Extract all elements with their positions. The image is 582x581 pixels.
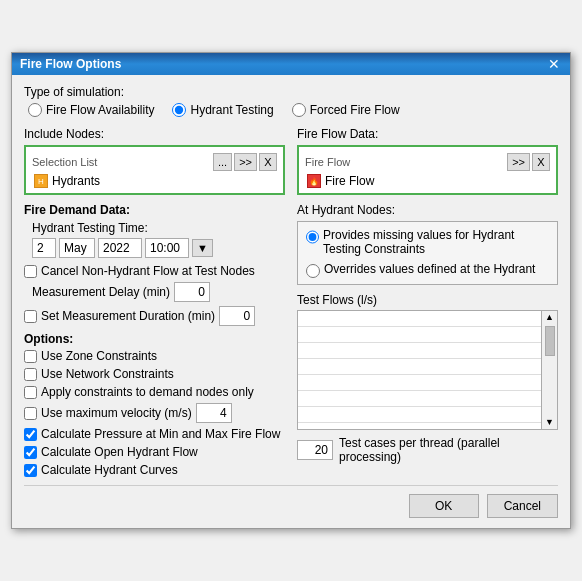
hydrant-label: Hydrants [52, 174, 100, 188]
simulation-radio-group: Fire Flow Availability Hydrant Testing F… [24, 103, 558, 117]
radio-fire-flow-avail[interactable]: Fire Flow Availability [28, 103, 154, 117]
set-measurement-row: Set Measurement Duration (min) [24, 306, 285, 326]
radio-hydrant-testing[interactable]: Hydrant Testing [172, 103, 273, 117]
radio-fire-flow-avail-input[interactable] [28, 103, 42, 117]
fire-flow-item-label: Fire Flow [325, 174, 374, 188]
include-nodes-label: Include Nodes: [24, 127, 285, 141]
zone-constraints-label: Use Zone Constraints [41, 349, 157, 363]
include-nodes-dots-btn[interactable]: ... [213, 153, 232, 171]
scroll-up-arrow[interactable]: ▲ [543, 311, 556, 324]
test-flows-label: Test Flows (l/s) [297, 293, 558, 307]
test-flows-section: Test Flows (l/s) ▲ [297, 293, 558, 430]
date-year-input[interactable] [98, 238, 142, 258]
radio-hydrant-testing-label: Hydrant Testing [190, 103, 273, 117]
at-hydrant-option2-label: Overrides values defined at the Hydrant [324, 262, 535, 276]
cancel-button[interactable]: Cancel [487, 494, 558, 518]
radio-forced-fire-flow-input[interactable] [292, 103, 306, 117]
date-month-input[interactable] [59, 238, 95, 258]
open-hydrant-flow-checkbox[interactable] [24, 446, 37, 459]
fire-flow-icon: 🔥 [307, 174, 321, 188]
fire-flow-item: 🔥 Fire Flow [305, 173, 550, 189]
option-demand-nodes-only: Apply constraints to demand nodes only [24, 385, 285, 399]
option-hydrant-curves: Calculate Hydrant Curves [24, 463, 285, 477]
test-flows-box: ▲ ▼ [297, 310, 558, 430]
zone-constraints-checkbox[interactable] [24, 350, 37, 363]
include-nodes-arrows-btn[interactable]: >> [234, 153, 257, 171]
at-hydrant-option1-label: Provides missing values for Hydrant Test… [323, 228, 549, 256]
fire-flow-data-label: Fire Flow Data: [297, 127, 558, 141]
hydrant-testing-time-label: Hydrant Testing Time: [24, 221, 285, 235]
fire-demand-data-section: Fire Demand Data: Hydrant Testing Time: … [24, 203, 285, 326]
demand-nodes-only-checkbox[interactable] [24, 386, 37, 399]
options-section: Options: Use Zone Constraints Use Networ… [24, 332, 285, 477]
pressure-min-max-checkbox[interactable] [24, 428, 37, 441]
test-flow-line [298, 375, 541, 391]
title-bar: Fire Flow Options ✕ [12, 53, 570, 75]
max-velocity-checkbox[interactable] [24, 407, 37, 420]
option-network-constraints: Use Network Constraints [24, 367, 285, 381]
fire-flow-options-dialog: Fire Flow Options ✕ Type of simulation: … [11, 52, 571, 529]
date-day-input[interactable] [32, 238, 56, 258]
test-cases-input[interactable] [297, 440, 333, 460]
demand-nodes-only-label: Apply constraints to demand nodes only [41, 385, 254, 399]
test-flow-line [298, 407, 541, 423]
fire-flow-box: Fire Flow >> X 🔥 Fire Flow [297, 145, 558, 195]
include-nodes-x-btn[interactable]: X [259, 153, 277, 171]
at-hydrant-option1-radio[interactable] [306, 230, 319, 244]
cancel-non-hydrant-row: Cancel Non-Hydrant Flow at Test Nodes [24, 264, 285, 278]
scroll-thumb[interactable] [545, 326, 555, 356]
fire-flow-box-label: Fire Flow [305, 156, 350, 168]
pressure-min-max-label: Calculate Pressure at Min and Max Fire F… [41, 427, 280, 441]
fire-flow-arrows-btn[interactable]: >> [507, 153, 530, 171]
hydrant-icon: H [34, 174, 48, 188]
cancel-non-hydrant-label: Cancel Non-Hydrant Flow at Test Nodes [41, 264, 255, 278]
at-hydrant-option1[interactable]: Provides missing values for Hydrant Test… [306, 228, 549, 256]
scroll-down-arrow[interactable]: ▼ [543, 416, 556, 429]
dialog-title: Fire Flow Options [20, 57, 121, 71]
max-velocity-input[interactable] [196, 403, 232, 423]
hydrant-curves-label: Calculate Hydrant Curves [41, 463, 178, 477]
measurement-delay-row: Measurement Delay (min) [24, 282, 285, 302]
hydrants-node-item: H Hydrants [32, 173, 277, 189]
test-cases-label: Test cases per thread (parallel processi… [339, 436, 558, 464]
simulation-label: Type of simulation: [24, 85, 558, 99]
test-flow-line [298, 391, 541, 407]
at-hydrant-nodes-section: At Hydrant Nodes: Provides missing value… [297, 203, 558, 285]
cancel-non-hydrant-checkbox[interactable] [24, 265, 37, 278]
at-hydrant-option2[interactable]: Overrides values defined at the Hydrant [306, 262, 549, 278]
option-zone-constraints: Use Zone Constraints [24, 349, 285, 363]
ok-button[interactable]: OK [409, 494, 479, 518]
date-time-input[interactable] [145, 238, 189, 258]
options-label: Options: [24, 332, 285, 346]
include-nodes-box: Selection List ... >> X H Hydrants [24, 145, 285, 195]
set-measurement-input[interactable] [219, 306, 255, 326]
radio-forced-fire-flow[interactable]: Forced Fire Flow [292, 103, 400, 117]
max-velocity-label: Use maximum velocity (m/s) [41, 406, 192, 420]
test-cases-row: Test cases per thread (parallel processi… [297, 436, 558, 464]
network-constraints-label: Use Network Constraints [41, 367, 174, 381]
date-dropdown-btn[interactable]: ▼ [192, 239, 213, 257]
hydrant-curves-checkbox[interactable] [24, 464, 37, 477]
set-measurement-checkbox[interactable] [24, 310, 37, 323]
network-constraints-checkbox[interactable] [24, 368, 37, 381]
fire-demand-label: Fire Demand Data: [24, 203, 285, 217]
test-flows-lines [298, 311, 541, 429]
close-button[interactable]: ✕ [546, 57, 562, 71]
test-flows-scrollbar[interactable]: ▲ ▼ [541, 311, 557, 429]
test-flow-line [298, 311, 541, 327]
at-hydrant-nodes-group: Provides missing values for Hydrant Test… [297, 221, 558, 285]
measurement-delay-input[interactable] [174, 282, 210, 302]
radio-hydrant-testing-input[interactable] [172, 103, 186, 117]
option-open-hydrant-flow: Calculate Open Hydrant Flow [24, 445, 285, 459]
open-hydrant-flow-label: Calculate Open Hydrant Flow [41, 445, 198, 459]
radio-fire-flow-avail-label: Fire Flow Availability [46, 103, 154, 117]
bottom-buttons: OK Cancel [24, 485, 558, 520]
option-max-velocity: Use maximum velocity (m/s) [24, 403, 285, 423]
test-flow-line [298, 343, 541, 359]
fire-flow-x-btn[interactable]: X [532, 153, 550, 171]
at-hydrant-option2-radio[interactable] [306, 264, 320, 278]
at-hydrant-nodes-label: At Hydrant Nodes: [297, 203, 558, 217]
test-flow-line [298, 359, 541, 375]
radio-forced-fire-flow-label: Forced Fire Flow [310, 103, 400, 117]
set-measurement-label: Set Measurement Duration (min) [41, 309, 215, 323]
